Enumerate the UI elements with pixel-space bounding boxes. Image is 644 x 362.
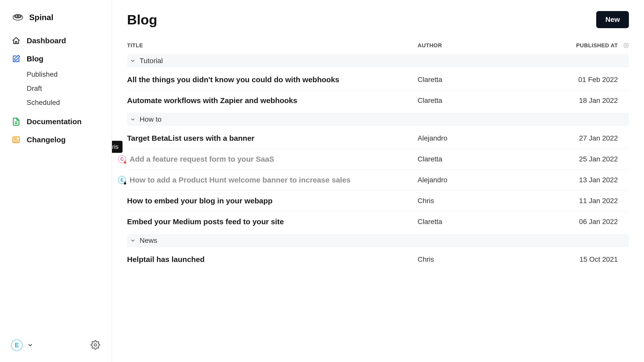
edit-icon [12,54,21,63]
chevron-down-icon [27,342,33,348]
group-rows: Target BetaList users with a bannerAleja… [127,128,629,232]
svg-point-5 [94,344,97,346]
row-title: How to embed your blog in your webapp [127,197,418,205]
table-settings-button[interactable] [619,43,629,48]
sidebar: Spinal Dashboard Blog Published Draft Sc… [0,0,112,362]
svg-point-2 [16,16,17,17]
brand-logo-icon [12,11,24,24]
svg-rect-8 [124,183,126,184]
row-date: 06 Jan 2022 [523,218,619,226]
nav-sub-scheduled[interactable]: Scheduled [27,98,112,108]
svg-point-1 [15,15,21,18]
sidebar-footer: E [0,339,112,362]
row-title-text: All the things you didn't know you could… [127,75,339,84]
row-title: Automate workflows with Zapier and webho… [127,96,418,105]
file-icon [12,117,21,126]
table-row[interactable]: How to embed your blog in your webappChr… [127,191,629,211]
nav-item-documentation[interactable]: Documentation [12,116,112,128]
table-row[interactable]: CLocked by ChrisAdd a feature request fo… [127,149,629,170]
row-date: 13 Jan 2022 [523,176,619,184]
groups-container: TutorialAll the things you didn't know y… [127,54,629,270]
nav-item-dashboard[interactable]: Dashboard [12,35,112,47]
group: NewsHelptail has launchedChris15 Oct 202… [127,234,629,270]
group-name: News [140,237,157,245]
home-icon [12,36,21,45]
th-published: PUBLISHED AT [523,42,619,49]
table-row[interactable]: EHow to add a Product Hunt welcome banne… [127,170,629,191]
user-menu[interactable]: E [11,339,33,351]
nav-sub-draft[interactable]: Draft [27,83,112,94]
chevron-down-icon [130,58,136,64]
lock-tooltip: Locked by Chris [112,141,123,153]
row-date: 15 Oct 2021 [523,255,619,263]
group-header[interactable]: How to [127,113,629,126]
row-date: 27 Jan 2022 [523,134,619,142]
row-title-text: Helptail has launched [127,255,205,264]
page-title: Blog [127,12,157,27]
row-date: 18 Jan 2022 [523,97,619,105]
nav-label: Blog [27,55,44,63]
row-date: 01 Feb 2022 [523,76,619,84]
group-header[interactable]: Tutorial [127,54,629,67]
nav-sub-blog: Published Draft Scheduled [12,69,112,108]
row-author: Claretta [418,155,523,163]
brand: Spinal [0,11,112,35]
page-header: Blog New [127,11,629,28]
group-name: How to [140,115,162,123]
lock-avatar-badge: C [118,155,126,163]
row-title: EHow to add a Product Hunt welcome banne… [127,176,418,184]
table-row[interactable]: Helptail has launchedChris15 Oct 2021 [127,249,629,270]
brand-name: Spinal [29,13,53,22]
row-title-text: Automate workflows with Zapier and webho… [127,96,297,105]
group-rows: All the things you didn't know you could… [127,69,629,111]
row-author: Claretta [418,76,523,84]
table-row[interactable]: Embed your Medium posts feed to your sit… [127,211,629,232]
main: Blog New TITLE AUTHOR PUBLISHED AT Tutor… [112,0,644,362]
row-author: Alejandro [418,134,523,142]
newspaper-icon [12,135,21,144]
table-row[interactable]: Target BetaList users with a bannerAleja… [127,128,629,149]
nav: Dashboard Blog Published Draft Scheduled… [0,35,112,146]
row-author: Chris [418,197,523,205]
nav-item-blog[interactable]: Blog [12,53,112,65]
avatar: E [11,339,23,351]
row-title-text: How to add a Product Hunt welcome banner… [130,176,351,184]
row-title: Helptail has launched [127,255,418,264]
group-rows: Helptail has launchedChris15 Oct 2021 [127,249,629,270]
chevron-down-icon [130,238,136,243]
row-title: All the things you didn't know you could… [127,75,418,84]
group-name: Tutorial [140,57,163,65]
table-row[interactable]: Automate workflows with Zapier and webho… [127,90,629,111]
row-title-text: How to embed your blog in your webapp [127,197,272,205]
table-header: TITLE AUTHOR PUBLISHED AT [127,42,629,52]
new-button[interactable]: New [596,11,629,28]
nav-label: Changelog [27,135,66,144]
row-title: CLocked by ChrisAdd a feature request fo… [127,155,418,163]
svg-point-6 [625,45,627,46]
row-date: 25 Jan 2022 [523,155,619,163]
nav-item-changelog[interactable]: Changelog [12,134,112,146]
row-title-text: Add a feature request form to your SaaS [130,155,274,163]
lock-icon [123,181,127,185]
nav-sub-published[interactable]: Published [27,69,112,79]
group-header[interactable]: News [127,234,629,247]
row-author: Claretta [418,218,523,226]
row-author: Claretta [418,97,523,105]
group: How toTarget BetaList users with a banne… [127,113,629,232]
table-row[interactable]: All the things you didn't know you could… [127,69,629,90]
row-author: Chris [418,255,523,263]
svg-point-3 [19,16,20,17]
row-author: Alejandro [418,176,523,184]
th-title: TITLE [127,42,418,49]
row-title-text: Embed your Medium posts feed to your sit… [127,217,284,226]
nav-label: Documentation [27,117,82,126]
th-author: AUTHOR [418,42,523,49]
row-title: Embed your Medium posts feed to your sit… [127,217,418,226]
settings-button[interactable] [91,340,101,350]
lock-avatar-badge: E [118,176,126,184]
row-date: 11 Jan 2022 [523,197,619,205]
chevron-down-icon [130,117,136,122]
row-title: Target BetaList users with a banner [127,134,418,143]
group: TutorialAll the things you didn't know y… [127,54,629,111]
nav-label: Dashboard [27,36,66,45]
